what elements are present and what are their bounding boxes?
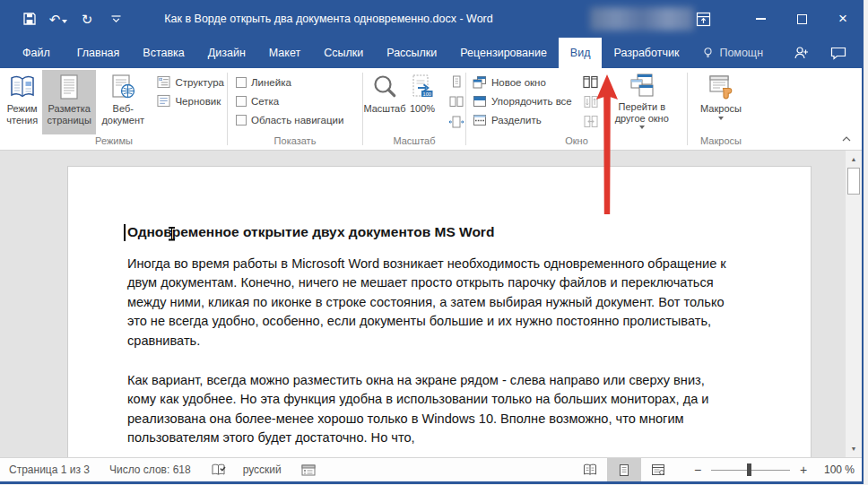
synchronous-scrolling-button — [581, 93, 601, 110]
group-macros: Макросы Макросы — [689, 68, 753, 150]
reset-window-position-button — [581, 113, 601, 130]
tab-design[interactable]: Дизайн — [196, 38, 257, 68]
print-layout-view-button[interactable] — [607, 458, 641, 481]
undo-icon: ↶ — [49, 13, 61, 26]
document-content: Одновременное открытие двух документов M… — [127, 224, 732, 457]
macro-recorder-button[interactable] — [301, 464, 316, 476]
maximize-icon — [797, 14, 807, 24]
nav-pane-checkbox-box[interactable] — [236, 115, 247, 126]
word-count[interactable]: Число слов: 618 — [109, 463, 191, 476]
gridlines-checkbox[interactable]: Сетка — [234, 91, 281, 110]
scroll-down-button[interactable]: ▼ — [846, 441, 862, 456]
tab-home[interactable]: Главная — [65, 38, 132, 68]
tab-file[interactable]: Файл — [7, 38, 65, 68]
web-layout-button[interactable]: Веб-документ — [96, 70, 150, 134]
print-layout-button[interactable]: Разметка страницы — [42, 70, 96, 134]
ibeam-cursor-icon — [168, 227, 176, 240]
spellcheck-icon — [211, 463, 227, 476]
group-divider — [687, 73, 688, 145]
quick-access-toolbar: ↶ ↻ — [0, 5, 129, 32]
minimize-icon — [756, 18, 766, 20]
group-macros-label: Макросы — [689, 134, 753, 150]
ruler-checkbox[interactable]: Линейка — [234, 73, 293, 91]
tab-mailings[interactable]: Рассылки — [375, 38, 448, 68]
macros-button[interactable]: Макросы — [693, 70, 749, 134]
spellcheck-button[interactable] — [211, 463, 227, 476]
switch-windows-button[interactable]: Перейти в другое окно — [608, 70, 676, 134]
nav-pane-checkbox[interactable]: Область навигации — [234, 110, 345, 129]
window-icon-column — [581, 70, 601, 130]
ruler-checkbox-box[interactable] — [236, 77, 247, 88]
synchronous-scrolling-icon — [584, 95, 598, 108]
gridlines-checkbox-box[interactable] — [236, 96, 247, 107]
zoom-100-button[interactable]: 100 100% — [405, 70, 439, 134]
view-side-by-side-button[interactable] — [581, 74, 601, 91]
comments-button[interactable] — [822, 39, 855, 66]
zoom-button[interactable]: Масштаб — [364, 70, 405, 134]
ribbon-display-options-button[interactable] — [682, 0, 724, 38]
redo-button[interactable]: ↻ — [74, 5, 100, 32]
split-button[interactable]: Разделить — [471, 110, 574, 129]
web-layout-icon — [108, 73, 137, 101]
zoom-in-button[interactable]: + — [794, 463, 813, 477]
tab-tell-me[interactable]: Помощн — [690, 38, 775, 68]
zoom-percentage[interactable]: 100 % — [813, 463, 855, 476]
collapse-ribbon-button[interactable] — [838, 133, 855, 145]
svg-text:100: 100 — [423, 91, 431, 97]
multiple-pages-icon — [449, 96, 464, 108]
zoom-icon — [370, 73, 399, 101]
group-modes-label: Режимы — [2, 134, 226, 150]
one-page-button[interactable] — [447, 74, 466, 91]
redo-icon: ↻ — [82, 13, 93, 26]
zoom-small-column — [447, 70, 466, 130]
group-show-content: Линейка Сетка Область навигации — [229, 68, 361, 134]
arrange-all-icon — [473, 94, 487, 108]
macro-recorder-icon — [301, 464, 316, 476]
document-paragraph: Иногда во время работы в Microsoft Word … — [127, 255, 732, 351]
word-window: ↶ ↻ Как в Ворде открыть два документа од… — [0, 0, 864, 484]
tab-insert[interactable]: Вставка — [131, 38, 195, 68]
tab-layout[interactable]: Макет — [257, 38, 312, 68]
tab-references[interactable]: Ссылки — [312, 38, 375, 68]
outline-view-button[interactable]: Структура — [155, 73, 226, 91]
scrollbar-thumb[interactable] — [847, 168, 860, 195]
share-button[interactable] — [785, 39, 817, 66]
ribbon: Режим чтения Разметка страницы — [0, 68, 864, 151]
zoom-slider[interactable] — [711, 463, 790, 476]
close-button[interactable]: × — [822, 0, 864, 38]
macros-dropdown-icon — [718, 117, 724, 120]
window-controls: × — [682, 0, 864, 38]
minimize-button[interactable] — [740, 0, 781, 38]
maximize-button[interactable] — [781, 0, 822, 38]
read-mode-view-button[interactable] — [573, 458, 607, 481]
new-window-button[interactable]: Новое окно — [471, 73, 574, 91]
group-zoom-label: Масштаб — [364, 134, 464, 150]
read-mode-button[interactable]: Режим чтения — [2, 70, 42, 134]
zoom-out-button[interactable]: − — [688, 463, 707, 477]
tab-view[interactable]: Вид — [559, 38, 603, 68]
customize-qat-button[interactable] — [102, 5, 129, 32]
vertical-scrollbar[interactable]: ▲ ▼ — [846, 151, 862, 457]
ribbon-display-options-icon — [696, 12, 711, 27]
undo-button[interactable]: ↶ — [45, 5, 72, 32]
tab-review[interactable]: Рецензирование — [448, 38, 559, 68]
draft-view-button[interactable]: Черновик — [155, 91, 226, 110]
document-page[interactable]: Одновременное открытие двух документов M… — [67, 166, 812, 457]
scroll-up-button[interactable]: ▲ — [846, 152, 862, 167]
document-paragraph: Как вариант, всегда можно разместить окн… — [127, 371, 732, 448]
undo-dropdown-icon[interactable] — [62, 20, 67, 23]
arrange-all-button[interactable]: Упорядочить все — [471, 91, 574, 110]
language-indicator[interactable]: русский — [243, 463, 282, 476]
web-layout-view-icon — [651, 463, 665, 476]
save-button[interactable] — [16, 5, 43, 32]
multiple-pages-button[interactable] — [447, 93, 466, 110]
page-indicator[interactable]: Страница 1 из 3 — [9, 463, 90, 476]
group-window-label: Окно — [467, 134, 686, 150]
draft-view-icon — [157, 94, 170, 108]
one-page-icon — [450, 75, 463, 89]
zoom-slider-thumb[interactable] — [747, 463, 751, 476]
page-width-button[interactable] — [447, 113, 466, 130]
document-area: Одновременное открытие двух документов M… — [0, 151, 864, 457]
tab-developer[interactable]: Разработчик — [602, 38, 690, 68]
web-layout-view-button[interactable] — [641, 458, 675, 481]
